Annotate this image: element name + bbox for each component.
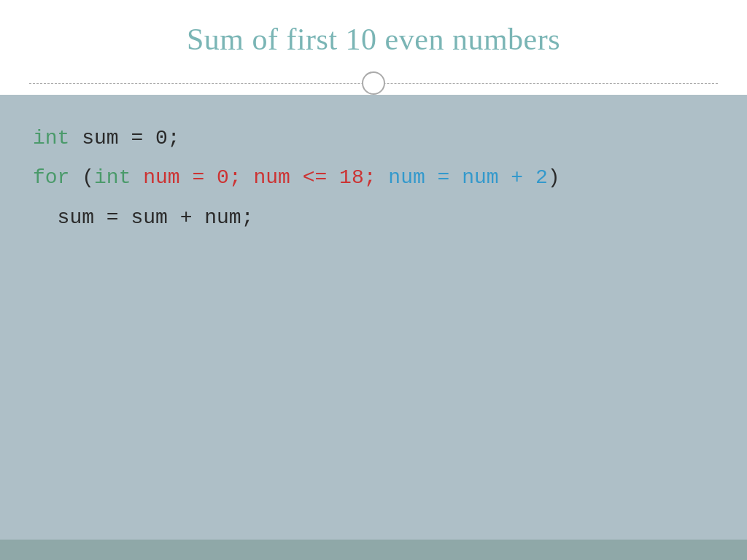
keyword-int-1: int — [33, 127, 69, 149]
code-condition: num <= 18; — [253, 166, 388, 189]
keyword-int-2: int — [94, 166, 131, 189]
footer-bar — [0, 540, 747, 560]
code-line-2: for (int num = 0; num <= 18; num = num +… — [33, 160, 714, 196]
keyword-for: for — [33, 166, 69, 189]
divider-circle — [362, 71, 385, 95]
code-sum-init: sum = 0; — [69, 127, 179, 149]
slide-title: Sum of first 10 even numbers — [29, 22, 718, 71]
code-line-3: sum = sum + num; — [33, 200, 714, 236]
code-area: int sum = 0; for (int num = 0; num <= 18… — [0, 95, 747, 540]
code-line-1: int sum = 0; — [33, 120, 714, 157]
slide: Sum of first 10 even numbers int sum = 0… — [0, 0, 747, 560]
code-body: sum = sum + num; — [33, 206, 253, 229]
code-for-paren-close: ) — [548, 166, 560, 189]
slide-header: Sum of first 10 even numbers — [0, 0, 747, 95]
code-for-paren-open: ( — [69, 166, 94, 189]
code-update: num = num + 2 — [388, 166, 547, 189]
code-init-clause: num = 0; — [131, 166, 253, 189]
divider — [29, 71, 718, 95]
